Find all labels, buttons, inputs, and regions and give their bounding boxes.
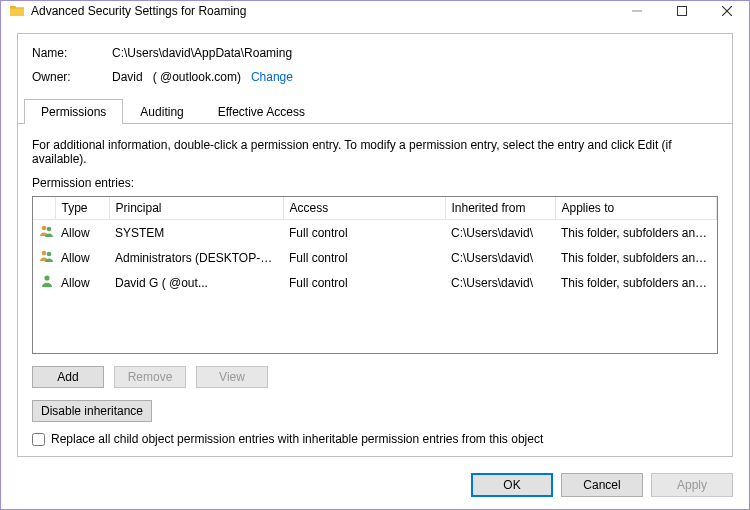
table-row[interactable]: AllowSYSTEMFull controlC:\Users\david\Th… — [33, 220, 717, 246]
content-area: Name: C:\Users\david\AppData\Roaming Own… — [1, 21, 749, 463]
apply-button: Apply — [651, 473, 733, 497]
maximize-button[interactable] — [659, 1, 704, 21]
owner-name: David — [112, 70, 143, 84]
close-button[interactable] — [704, 1, 749, 21]
name-label: Name: — [32, 46, 112, 60]
cell-type: Allow — [55, 220, 109, 246]
inheritance-row: Disable inheritance — [32, 400, 718, 422]
svg-point-8 — [44, 275, 49, 280]
window-frame: Advanced Security Settings for Roaming N… — [0, 0, 750, 510]
col-inherited-header[interactable]: Inherited from — [445, 197, 555, 220]
view-button: View — [196, 366, 268, 388]
tab-effective-access[interactable]: Effective Access — [201, 99, 322, 124]
change-owner-link[interactable]: Change — [251, 70, 293, 84]
tabs: Permissions Auditing Effective Access — [18, 98, 732, 124]
cancel-button[interactable]: Cancel — [561, 473, 643, 497]
col-icon-header[interactable] — [33, 197, 55, 220]
cell-access: Full control — [283, 220, 445, 246]
permission-table-wrap: Type Principal Access Inherited from App… — [32, 196, 718, 354]
owner-value: David ( @outlook.com) Change — [112, 70, 718, 84]
col-type-header[interactable]: Type — [55, 197, 109, 220]
owner-account: ( @outlook.com) — [153, 70, 241, 84]
cell-type: Allow — [55, 245, 109, 270]
cell-access: Full control — [283, 270, 445, 295]
table-header-row: Type Principal Access Inherited from App… — [33, 197, 717, 220]
disable-inheritance-button[interactable]: Disable inheritance — [32, 400, 152, 422]
owner-label: Owner: — [32, 70, 112, 84]
info-text: For additional information, double-click… — [32, 138, 718, 166]
name-row: Name: C:\Users\david\AppData\Roaming — [32, 46, 718, 60]
cell-type: Allow — [55, 270, 109, 295]
entries-label: Permission entries: — [32, 176, 718, 190]
table-row[interactable]: AllowAdministrators (DESKTOP-2Q...Full c… — [33, 245, 717, 270]
group-icon — [39, 248, 55, 264]
tab-permissions[interactable]: Permissions — [24, 99, 123, 124]
outer-panel: Name: C:\Users\david\AppData\Roaming Own… — [17, 33, 733, 457]
user-icon — [39, 273, 55, 289]
remove-button: Remove — [114, 366, 186, 388]
group-icon — [39, 223, 55, 239]
owner-row: Owner: David ( @outlook.com) Change — [32, 70, 718, 84]
col-access-header[interactable]: Access — [283, 197, 445, 220]
cell-inherited: C:\Users\david\ — [445, 220, 555, 246]
replace-checkbox-row: Replace all child object permission entr… — [32, 432, 718, 446]
cell-applies: This folder, subfolders and files — [555, 220, 717, 246]
window-controls — [614, 1, 749, 21]
minimize-button[interactable] — [614, 1, 659, 21]
add-button[interactable]: Add — [32, 366, 104, 388]
titlebar: Advanced Security Settings for Roaming — [1, 1, 749, 21]
table-row[interactable]: AllowDavid G ( @out...Full controlC:\Use… — [33, 270, 717, 295]
cell-access: Full control — [283, 245, 445, 270]
window-title: Advanced Security Settings for Roaming — [31, 4, 614, 18]
svg-point-6 — [42, 251, 47, 256]
name-value: C:\Users\david\AppData\Roaming — [112, 46, 718, 60]
folder-icon — [9, 3, 25, 19]
svg-point-7 — [47, 252, 52, 257]
replace-children-label: Replace all child object permission entr… — [51, 432, 543, 446]
tab-auditing[interactable]: Auditing — [123, 99, 200, 124]
cell-principal: David G ( @out... — [109, 270, 283, 295]
permission-table: Type Principal Access Inherited from App… — [33, 197, 717, 295]
col-applies-header[interactable]: Applies to — [555, 197, 717, 220]
ok-button[interactable]: OK — [471, 473, 553, 497]
col-principal-header[interactable]: Principal — [109, 197, 283, 220]
cell-inherited: C:\Users\david\ — [445, 245, 555, 270]
entry-buttons-row: Add Remove View — [32, 366, 718, 388]
svg-point-4 — [42, 226, 47, 231]
footer-buttons: OK Cancel Apply — [1, 463, 749, 509]
svg-rect-1 — [677, 7, 686, 16]
cell-applies: This folder, subfolders and files — [555, 270, 717, 295]
replace-children-checkbox[interactable] — [32, 433, 45, 446]
cell-principal: SYSTEM — [109, 220, 283, 246]
cell-inherited: C:\Users\david\ — [445, 270, 555, 295]
cell-applies: This folder, subfolders and files — [555, 245, 717, 270]
svg-point-5 — [47, 227, 52, 232]
cell-principal: Administrators (DESKTOP-2Q... — [109, 245, 283, 270]
